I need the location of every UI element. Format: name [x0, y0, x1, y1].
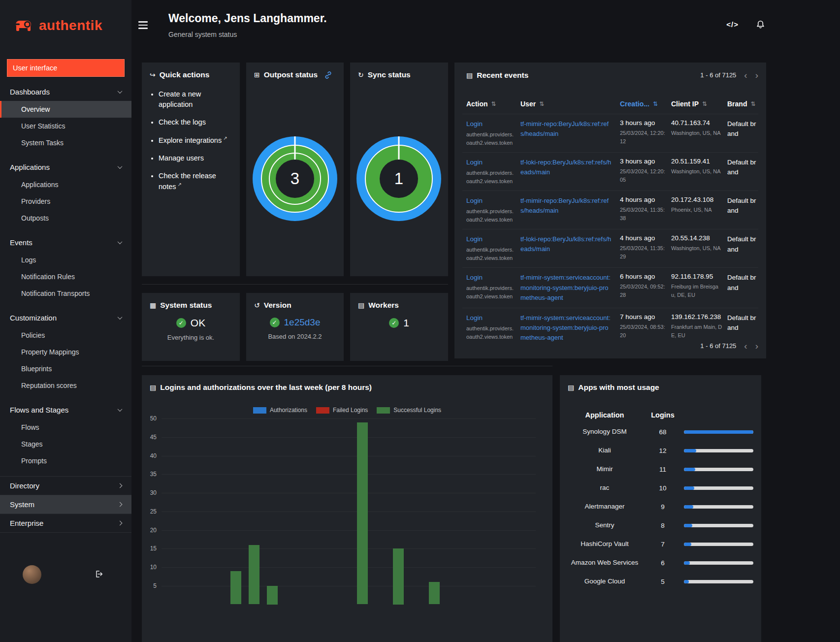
event-client-ip: 40.71.163.74 [671, 119, 724, 127]
event-action-context: authentik.providers.oauth2.views.token [466, 169, 517, 186]
chart-gridline [162, 418, 536, 419]
pagination-prev-icon[interactable]: ‹ [744, 70, 747, 80]
column-header-brand[interactable]: Brand⇅ [727, 100, 758, 108]
event-user-link[interactable]: tf-mimir-repo:BeryJu/k8s:ref:refs/heads/… [520, 119, 617, 139]
sidebar-group-applications[interactable]: Applications [0, 158, 131, 176]
sidebar-group-events[interactable]: Events [0, 233, 131, 252]
outpost-donut-green-ring-2: 3 [269, 153, 321, 205]
pagination-prev-icon[interactable]: ‹ [744, 341, 747, 351]
event-time-cell: 6 hours ago25/03/2024, 09:52:28 [620, 273, 668, 302]
column-header-user[interactable]: User⇅ [520, 100, 617, 108]
sidebar-item-overview[interactable]: Overview [0, 101, 131, 118]
system-status-card-title: ▦ System status [142, 293, 240, 310]
sidebar-item-property-mappings[interactable]: Property Mappings [0, 344, 131, 360]
system-status-detail: Everything is ok. [142, 334, 240, 341]
sidebar-item-reputation-scores[interactable]: Reputation scores [0, 377, 131, 394]
event-user-link[interactable]: tf-loki-repo:BeryJu/k8s:ref:refs/heads/m… [520, 158, 617, 177]
event-action-link[interactable]: Login [466, 274, 483, 281]
chart-bar[interactable] [357, 422, 368, 605]
column-header-action[interactable]: Action⇅ [466, 100, 517, 108]
app-name: Sentry [568, 521, 642, 530]
y-axis-tick-label: 45 [142, 434, 157, 441]
sort-icon[interactable]: ⇅ [491, 100, 496, 107]
sidebar-group-customization[interactable]: Customization [0, 309, 131, 327]
logins-chart-plot: 5045403530252015105 [142, 375, 552, 642]
sidebar-item-stages[interactable]: Stages [0, 436, 131, 452]
sync-status-donut[interactable]: 1 [356, 136, 441, 221]
event-action-link[interactable]: Login [466, 197, 483, 204]
quick-action-label: Create a new application [159, 90, 201, 108]
logout-icon[interactable] [94, 570, 104, 580]
sort-icon[interactable]: ⇅ [539, 100, 544, 107]
sidebar-item-user-statistics[interactable]: User Statistics [0, 118, 131, 134]
sidebar-group: System [0, 495, 131, 514]
quick-action-manage-users[interactable]: Manage users [159, 153, 232, 163]
menu-toggle-icon[interactable] [138, 21, 148, 31]
user-interface-button[interactable]: User interface [7, 59, 125, 77]
sidebar-group-label: Dashboards [10, 88, 50, 96]
sidebar-item-system-tasks[interactable]: System Tasks [0, 134, 131, 151]
check-circle-icon: ✓ [176, 318, 186, 328]
progress-track [684, 561, 753, 565]
event-time-relative: 4 hours ago [620, 234, 668, 242]
sort-icon[interactable]: ⇅ [750, 100, 755, 107]
sidebar-group-directory[interactable]: Directory [0, 477, 131, 495]
event-user-link[interactable]: tf-mimir-system:serviceaccount:monitorin… [520, 273, 617, 302]
sort-icon[interactable]: ⇅ [653, 100, 658, 107]
event-user-link[interactable]: tf-mimir-repo:BeryJu/k8s:ref:refs/heads/… [520, 196, 617, 216]
event-action-link[interactable]: Login [466, 159, 483, 166]
quick-action-check-the-release-notes[interactable]: Check the release notes↗ [159, 171, 232, 192]
progress-track [684, 486, 753, 490]
apps-usage-row: rac10 [568, 479, 753, 497]
y-axis-tick-label: 35 [142, 471, 157, 478]
event-geo: Washington, US, NA [671, 167, 724, 176]
column-header-client-ip[interactable]: Client IP⇅ [671, 100, 724, 108]
event-user-link[interactable]: tf-loki-repo:BeryJu/k8s:ref:refs/heads/m… [520, 234, 617, 254]
sidebar-item-blueprints[interactable]: Blueprints [0, 360, 131, 377]
sidebar-item-outposts[interactable]: Outposts [0, 210, 131, 226]
apps-usage-row: Google Cloud5 [568, 572, 753, 591]
quick-action-explore-integrations[interactable]: Explore integrations↗ [159, 135, 232, 146]
sidebar-item-flows[interactable]: Flows [0, 419, 131, 436]
chart-bar[interactable] [230, 571, 241, 605]
outpost-status-donut[interactable]: 3 [253, 136, 337, 221]
version-value-link[interactable]: 1e25d3e [284, 317, 321, 328]
sidebar-group-enterprise[interactable]: Enterprise [0, 514, 131, 532]
sort-icon[interactable]: ⇅ [702, 100, 707, 107]
api-browser-icon[interactable]: </> [726, 20, 739, 29]
pagination-next-icon[interactable]: › [755, 70, 758, 80]
sidebar-group-flows-and-stages[interactable]: Flows and Stages [0, 401, 131, 419]
pagination-next-icon[interactable]: › [755, 341, 758, 351]
sidebar-item-policies[interactable]: Policies [0, 327, 131, 344]
app-logins: 11 [646, 466, 680, 473]
quick-action-check-the-logs[interactable]: Check the logs [159, 117, 232, 128]
sidebar-item-notification-transports[interactable]: Notification Transports [0, 285, 131, 302]
outpost-link-icon[interactable] [324, 71, 332, 79]
column-header-creatio[interactable]: Creatio...⇅ [620, 100, 668, 108]
chart-bar[interactable] [393, 548, 404, 604]
chart-bar[interactable] [429, 582, 440, 604]
event-action-link[interactable]: Login [466, 235, 483, 243]
outpost-donut-separator [294, 136, 296, 160]
version-card-title: ↺ Version [246, 293, 344, 310]
sidebar-item-logs[interactable]: Logs [0, 252, 131, 268]
chart-bar[interactable] [249, 545, 259, 605]
sidebar-item-providers[interactable]: Providers [0, 193, 131, 210]
sidebar-item-applications[interactable]: Applications [0, 176, 131, 193]
sidebar-item-prompts[interactable]: Prompts [0, 452, 131, 469]
event-action-link[interactable]: Login [466, 314, 483, 321]
sidebar-group-label: Customization [10, 314, 57, 322]
avatar[interactable] [23, 565, 41, 584]
event-action-link[interactable]: Login [466, 120, 483, 128]
event-user-link[interactable]: tf-mimir-system:serviceaccount:monitorin… [520, 313, 617, 343]
sidebar-group-system[interactable]: System [0, 495, 131, 514]
quick-action-create-a-new-application[interactable]: Create a new application [159, 89, 232, 110]
recent-events-card-title: ▤ Recent events [466, 71, 528, 80]
chart-bar[interactable] [267, 586, 278, 605]
notifications-bell-icon[interactable] [756, 19, 765, 31]
sidebar-item-notification-rules[interactable]: Notification Rules [0, 268, 131, 285]
app-logins: 12 [646, 447, 680, 454]
system-status-card: ▦ System status ✓ OK Everything is ok. [142, 293, 240, 361]
sidebar-group-dashboards[interactable]: Dashboards [0, 83, 131, 101]
authentik-logo[interactable]: authentik [0, 0, 131, 36]
